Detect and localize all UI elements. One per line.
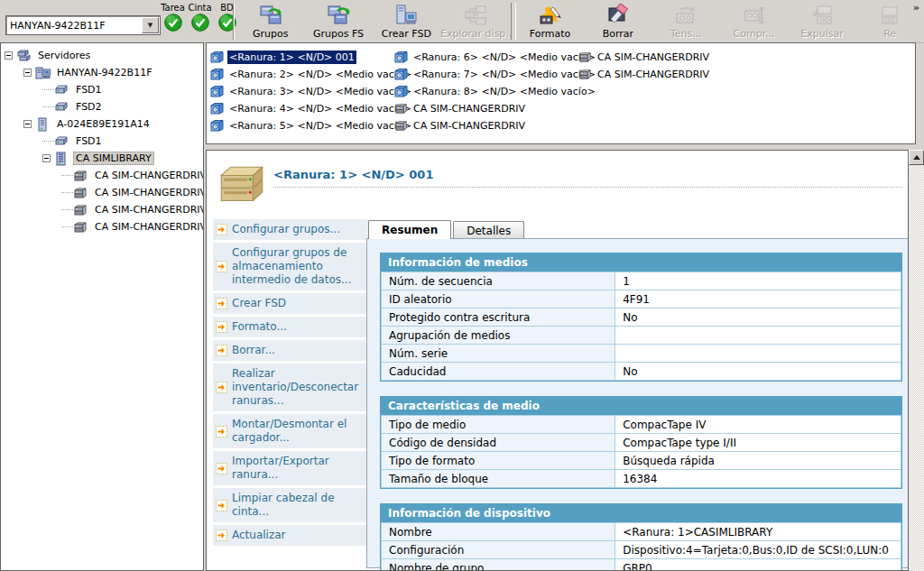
- toolbar-separator: [233, 3, 235, 40]
- action-montar-desmontar-el-cargador[interactable]: Montar/Desmontar el cargador...: [213, 414, 369, 448]
- device-list-item[interactable]: CA SIM-CHANGERDRIV: [393, 100, 597, 117]
- action-actualizar[interactable]: Actualizar: [213, 525, 369, 546]
- action-crear-fsd[interactable]: Crear FSD: [213, 293, 369, 314]
- device-list-item[interactable]: <Ranura: 7> <N/D> <Medio vacío>: [393, 66, 597, 83]
- row-label: Tamaño de bloque: [382, 470, 615, 488]
- toolbar-overflow-chevron[interactable]: »: [913, 2, 919, 14]
- tree-item-ca-sim-changerdriv[interactable]: CA SIM-CHANGERDRIV: [1, 218, 203, 235]
- device-list-column: CA SIM-CHANGERDRIVCA SIM-CHANGERDRIV: [578, 49, 711, 83]
- device-list-item[interactable]: CA SIM-CHANGERDRIV: [578, 66, 711, 83]
- device-list-item[interactable]: <Ranura: 5> <N/D> <Medio vacío>: [209, 117, 413, 134]
- info-table: Núm. de secuencia1ID aleatorio4F91Proteg…: [381, 272, 901, 381]
- compr-button: Compr...: [720, 1, 788, 42]
- toolbar-button-label: Tens...: [670, 28, 702, 40]
- device-list-item-label: <Ranura: 8> <N/D> <Medio vacío>: [411, 85, 597, 98]
- link-arrow-icon: [216, 224, 227, 235]
- tree-item-a-024e89e191a14[interactable]: A-024E89E191A14: [1, 115, 203, 133]
- action-label: Realizar inventario/Desconectar ranuras.…: [232, 367, 366, 408]
- action-formato[interactable]: Formato...: [213, 317, 369, 337]
- tree-item-hanyan-9422b11f[interactable]: HANYAN-9422B11F: [1, 64, 203, 81]
- action-label: Configurar grupos...: [232, 223, 340, 236]
- device-list-column: <Ranura: 6> <N/D> <Medio vacío><Ranura: …: [393, 49, 597, 134]
- device-list-item[interactable]: <Ranura: 8> <N/D> <Medio vacío>: [393, 83, 597, 100]
- device-list-panel: <Ranura: 1> <N/D> 001<Ranura: 2> <N/D> <…: [206, 42, 916, 144]
- changer-icon: [73, 169, 88, 183]
- detail-title: <Ranura: 1> <N/D> 001: [273, 168, 433, 181]
- changer-icon: [73, 203, 88, 217]
- row-value: [615, 327, 901, 345]
- scroll-up-button[interactable]: [909, 150, 924, 165]
- action-borrar[interactable]: Borrar...: [213, 340, 369, 361]
- device-list-item[interactable]: <Ranura: 6> <N/D> <Medio vacío>: [393, 49, 597, 66]
- action-label: Montar/Desmontar el cargador...: [232, 418, 366, 445]
- device-list-item[interactable]: CA SIM-CHANGERDRIV: [393, 117, 597, 134]
- expulsar-icon: [808, 4, 836, 27]
- table-row: Núm. serie: [382, 345, 901, 363]
- server-combo[interactable]: HANYAN-9422B11F ▼: [5, 15, 161, 35]
- tree-item-fsd1[interactable]: FSD1: [1, 133, 203, 150]
- device-list-item[interactable]: CA SIM-CHANGERDRIV: [578, 49, 711, 66]
- comprimir-icon: [741, 4, 768, 27]
- borrar-button[interactable]: Borrar: [584, 1, 651, 42]
- device-list-item-label: <Ranura: 4> <N/D> <Medio vacío>: [227, 102, 413, 115]
- tab-resumen[interactable]: Resumen: [368, 220, 451, 239]
- tab-detalles[interactable]: Detalles: [453, 221, 524, 239]
- tree-item-ca-sim-changerdriv[interactable]: CA SIM-CHANGERDRIV: [1, 167, 203, 184]
- tree-item-fsd1[interactable]: FSD1: [1, 81, 203, 98]
- tree-item-ca-sim-changerdriv[interactable]: CA SIM-CHANGERDRIV: [1, 201, 203, 218]
- link-arrow-icon: [216, 321, 227, 333]
- toolbar-button-label: Expulsar: [800, 28, 843, 40]
- row-value: <Ranura: 1>CASIMLIBRARY: [615, 523, 901, 541]
- action-configurar-grupos-de-almacenamiento-intermedio-de-datos[interactable]: Configurar grupos de almacenamiento inte…: [213, 243, 369, 290]
- action-label: Crear FSD: [232, 297, 286, 310]
- tree-expander-icon[interactable]: [23, 69, 32, 77]
- tree-item-label: FSD2: [73, 100, 105, 114]
- action-realizar-inventario-desconectar-ranuras[interactable]: Realizar inventario/Desconectar ranuras.…: [213, 364, 369, 411]
- tree-item-label: CA SIM-CHANGERDRIV: [92, 220, 204, 234]
- device-list-item[interactable]: <Ranura: 3> <N/D> <Medio vacío>: [209, 83, 413, 100]
- table-row: Núm. de secuencia1: [382, 272, 901, 290]
- tree-expander-icon[interactable]: [23, 120, 32, 128]
- expulsar-button: Expulsar: [788, 1, 855, 42]
- device-list-item[interactable]: <Ranura: 1> <N/D> 001: [209, 49, 413, 66]
- info-table: Nombre<Ranura: 1>CASIMLIBRARYConfiguraci…: [381, 522, 901, 571]
- action-label: Borrar...: [232, 344, 275, 357]
- formato-button[interactable]: Formato: [516, 1, 584, 42]
- tape-drive-icon: [216, 162, 268, 207]
- grupos-button[interactable]: Grupos: [236, 1, 304, 42]
- vertical-scrollbar[interactable]: [909, 150, 924, 571]
- tree-expander-icon[interactable]: [5, 51, 13, 60]
- detail-panel: <Ranura: 1> <N/D> 001 Configurar grupos.…: [206, 150, 909, 571]
- toolbar-button-label: Re: [883, 28, 896, 40]
- table-row: Nombre de grupoGRP0: [382, 559, 901, 571]
- tree-item-servidores[interactable]: Servidores: [1, 47, 203, 64]
- combo-dropdown-button[interactable]: ▼: [142, 17, 159, 33]
- table-row: Protegido contra escrituraNo: [382, 309, 901, 327]
- action-limpiar-cabezal-de-cinta[interactable]: Limpiar cabezal de cinta...: [213, 488, 369, 522]
- green-check-icon: [191, 14, 209, 34]
- action-label: Actualizar: [232, 529, 286, 542]
- row-label: Código de densidad: [382, 434, 615, 452]
- link-arrow-icon: [216, 298, 227, 309]
- info-section: Información de dispositivoNombre<Ranura:…: [380, 503, 902, 571]
- table-row: CaducidadNo: [382, 363, 901, 381]
- row-value: CompacTape type I/II: [615, 434, 901, 452]
- crear-fsd-button[interactable]: Crear FSD: [373, 1, 440, 42]
- device-list-item[interactable]: <Ranura: 2> <N/D> <Medio vacío>: [209, 66, 413, 83]
- toolbar-button-label: Crear FSD: [382, 28, 431, 40]
- device-list-item[interactable]: <Ranura: 4> <N/D> <Medio vacío>: [209, 100, 413, 117]
- device-list-item-label: <Ranura: 3> <N/D> <Medio vacío>: [227, 85, 413, 98]
- row-label: ID aleatorio: [382, 290, 615, 309]
- device-list-item-label: <Ranura: 6> <N/D> <Medio vacío>: [411, 51, 597, 64]
- tree-expander-icon[interactable]: [42, 154, 51, 162]
- grupos-fs-button[interactable]: Grupos FS: [304, 1, 372, 42]
- detail-tabs: ResumenDetalles: [368, 220, 526, 239]
- action-importar-exportar-ranura[interactable]: Importar/Exportar ranura...: [213, 451, 369, 485]
- status-bd: BD: [216, 3, 238, 34]
- explorar-disp-button: Explorar disp...: [440, 1, 511, 42]
- green-check-icon: [164, 14, 182, 34]
- tree-item-ca-sim-changerdriv[interactable]: CA SIM-CHANGERDRIV: [1, 184, 203, 201]
- action-configurar-grupos[interactable]: Configurar grupos...: [213, 219, 369, 240]
- tree-item-fsd2[interactable]: FSD2: [1, 98, 203, 115]
- tree-item-ca-simlibrary[interactable]: CA SIMLIBRARY: [1, 150, 203, 167]
